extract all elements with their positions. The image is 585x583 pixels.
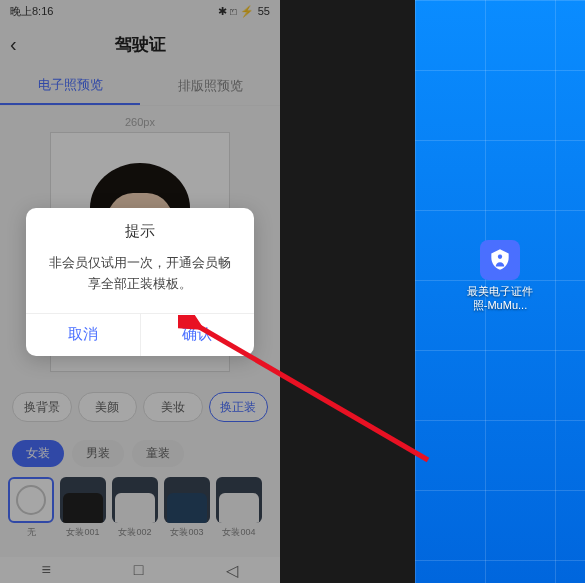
shortcut-label-2: 照-MuMu... <box>473 299 527 311</box>
dialog-body: 非会员仅试用一次，开通会员畅享全部正装模板。 <box>26 249 254 313</box>
app-icon <box>480 240 520 280</box>
svg-point-0 <box>498 255 502 259</box>
cancel-button[interactable]: 取消 <box>26 314 141 356</box>
dialog-title: 提示 <box>26 208 254 249</box>
confirm-button[interactable]: 确认 <box>141 314 255 356</box>
phone-screen: 晚上8:16 ✱ ⏍ ⚡ 55 ‹ 驾驶证 电子照预览 排版照预览 260px … <box>0 0 280 583</box>
windows-desktop: 最美电子证件照-MuMu... <box>415 0 585 583</box>
emulator-frame <box>280 0 415 583</box>
shortcut-label-1: 最美电子证件 <box>467 285 533 297</box>
dialog: 提示 非会员仅试用一次，开通会员畅享全部正装模板。 取消 确认 <box>26 208 254 356</box>
desktop-shortcut[interactable]: 最美电子证件照-MuMu... <box>466 240 534 313</box>
